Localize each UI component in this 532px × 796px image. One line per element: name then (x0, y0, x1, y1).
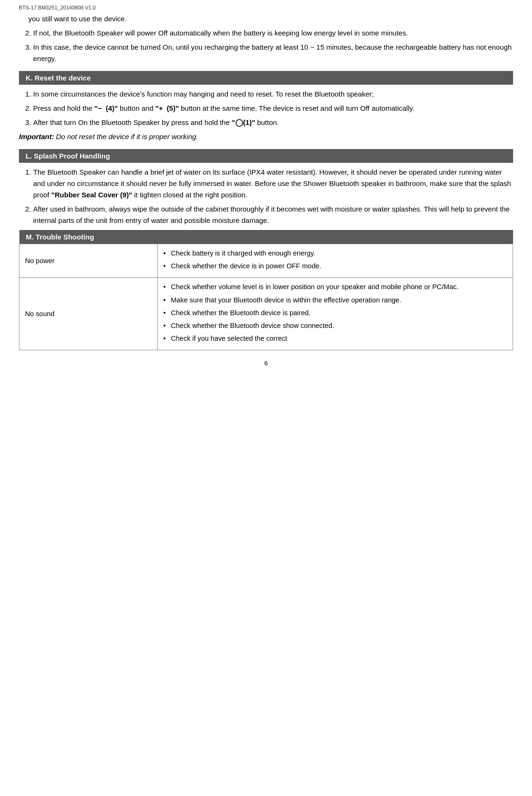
trouble-shooting-table: M. Trouble Shooting No power Check batte… (19, 230, 513, 350)
solution-item: Check whether volume level is in lower p… (163, 282, 507, 292)
solution-item: Check whether the Bluetooth device is pa… (163, 308, 507, 318)
section-k-item-3: After that turn On the Bluetooth Speaker… (33, 117, 513, 128)
doc-version: BTS-17 BM3251_20140808 V1.0 (19, 5, 513, 10)
solution-item: Make sure that your Bluetooth device is … (163, 295, 507, 306)
intro-item-2: If not, the Bluetooth Speaker will power… (33, 27, 513, 39)
bullet-list-no-sound: Check whether volume level is in lower p… (163, 282, 507, 344)
intro-block: you still want to use the device. If not… (19, 13, 513, 64)
solutions-no-power: Check battery is it charged with enough … (158, 244, 513, 278)
intro-item-3: In this case, the device cannot be turne… (33, 42, 513, 64)
page: BTS-17 BM3251_20140808 V1.0 you still wa… (0, 0, 532, 796)
problem-no-power: No power (19, 244, 158, 278)
rubber-seal-label: "Rubber Seal Cover (9)" (51, 191, 132, 199)
page-number: 6 (19, 360, 513, 367)
section-k-item-1: In some circumstances the device's funct… (33, 88, 513, 100)
solutions-no-sound: Check whether volume level is in lower p… (158, 278, 513, 350)
solution-item: Check whether the Bluetooth device show … (163, 320, 507, 331)
table-row-no-sound: No sound Check whether volume level is i… (19, 278, 513, 350)
problem-no-sound: No sound (19, 278, 158, 350)
solution-item: Check if you have selected the correct (163, 333, 507, 344)
section-k-item-2: Press and hold the "− (4)" button and "+… (33, 103, 513, 114)
bullet-list-no-power: Check battery is it charged with enough … (163, 248, 507, 272)
section-l-header: L. Splash Proof Handling (19, 149, 513, 163)
section-l-content: The Bluetooth Speaker can handle a brief… (19, 167, 513, 226)
solution-item: Check whether the device is in power OFF… (163, 261, 507, 272)
plus-button-label: "+ (5)" (155, 104, 179, 112)
section-k-content: In some circumstances the device's funct… (19, 88, 513, 142)
minus-button-label: "− (4)" (94, 104, 118, 112)
section-l-item-1: The Bluetooth Speaker can handle a brief… (33, 167, 513, 201)
section-m-header: M. Trouble Shooting (19, 230, 513, 244)
power-button-label: "◯(1)" (231, 118, 255, 126)
section-l-item-2: After used in bathroom, always wipe the … (33, 203, 513, 226)
intro-preceding-text: you still want to use the device. (28, 15, 127, 23)
solution-item: Check battery is it charged with enough … (163, 248, 507, 259)
important-text: Important: Do not reset the device if it… (19, 131, 513, 142)
table-row-no-power: No power Check battery is it charged wit… (19, 244, 513, 278)
section-k-header: K. Reset the device (19, 71, 513, 85)
